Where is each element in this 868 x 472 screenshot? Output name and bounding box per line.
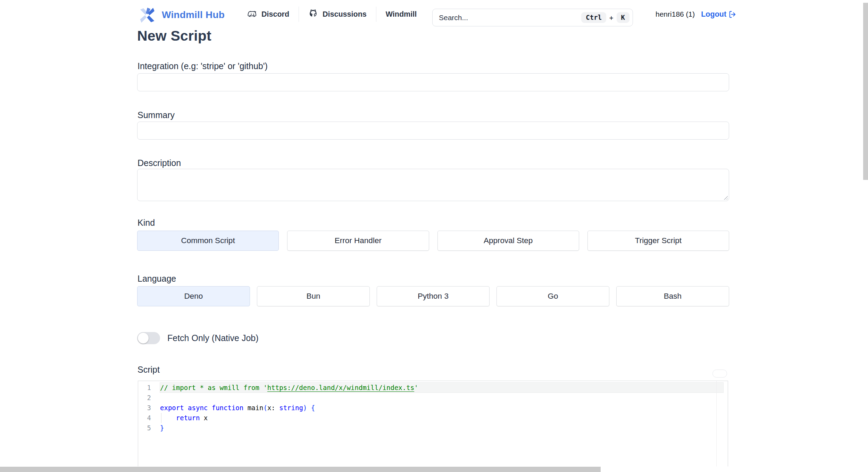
kind-option-trigger-script[interactable]: Trigger Script	[587, 231, 729, 251]
language-option-deno[interactable]: Deno	[137, 286, 250, 306]
summary-label: Summary	[137, 110, 175, 120]
integration-label: Integration (e.g: 'stripe' or 'github')	[137, 61, 268, 71]
kind-label: Kind	[137, 218, 155, 228]
code-token: }	[160, 424, 164, 432]
nav-item-windmill[interactable]: Windmill	[386, 10, 417, 19]
windmill-logo-icon	[137, 6, 158, 24]
summary-input[interactable]	[137, 122, 729, 140]
code-line-1: 1 // import * as wmill from 'https://den…	[138, 383, 728, 393]
fetch-only-label: Fetch Only (Native Job)	[167, 333, 259, 343]
code-editor[interactable]: 1 // import * as wmill from 'https://den…	[138, 381, 728, 472]
kind-button-group: Common Script Error Handler Approval Ste…	[137, 231, 729, 251]
integration-input[interactable]	[137, 73, 729, 91]
nav-item-discussions[interactable]: Discussions	[308, 9, 367, 19]
code-token: export async function	[160, 404, 243, 412]
code-line-5: 5 }	[138, 423, 728, 433]
code-token: main	[243, 404, 263, 412]
code-token: x	[200, 414, 208, 422]
language-option-go[interactable]: Go	[496, 286, 609, 306]
nav-label-discussions: Discussions	[323, 10, 367, 19]
kbd-ctrl: Ctrl	[581, 12, 606, 23]
description-textarea[interactable]	[137, 169, 729, 201]
language-option-bash[interactable]: Bash	[616, 286, 729, 306]
line-number: 4	[138, 413, 158, 423]
page: Windmill Hub Discord Discussions Windmil…	[0, 0, 868, 472]
line-number: 2	[138, 393, 158, 403]
code-token: x:	[267, 404, 279, 412]
nav-label-windmill: Windmill	[386, 10, 417, 19]
kind-option-common-script[interactable]: Common Script	[137, 231, 279, 251]
brand-name: Windmill Hub	[162, 9, 225, 20]
line-number: 5	[138, 423, 158, 433]
fetch-only-toggle[interactable]	[137, 332, 160, 344]
kind-option-approval-step[interactable]: Approval Step	[437, 231, 579, 251]
code-token: '	[414, 384, 418, 391]
code-token: (	[263, 404, 267, 412]
code-line-3: 3 export async function main(x: string) …	[138, 403, 728, 413]
logout-button[interactable]: Logout	[701, 10, 736, 19]
code-token: ) {	[303, 404, 315, 412]
username: henri186 (1)	[656, 10, 695, 18]
toggle-knob	[138, 333, 149, 343]
code-token	[160, 414, 176, 422]
nav-divider	[299, 7, 299, 22]
search-input[interactable]	[439, 14, 581, 22]
fetch-only-row: Fetch Only (Native Job)	[137, 332, 259, 344]
search-box[interactable]: Ctrl + K	[432, 9, 633, 26]
language-button-group: Deno Bun Python 3 Go Bash	[137, 286, 729, 306]
language-option-python3[interactable]: Python 3	[377, 286, 490, 306]
description-label: Description	[137, 158, 181, 168]
kbd-plus: +	[609, 14, 613, 22]
code-token: string	[279, 404, 303, 412]
line-number: 1	[138, 383, 158, 393]
vertical-scrollbar-thumb[interactable]	[863, 3, 868, 180]
kind-option-error-handler[interactable]: Error Handler	[287, 231, 429, 251]
code-token: return	[176, 414, 200, 422]
code-token: // import * as wmill from '	[160, 384, 267, 391]
script-label: Script	[137, 365, 160, 375]
editor-corner-pill-button[interactable]	[712, 370, 727, 378]
language-option-bun[interactable]: Bun	[257, 286, 370, 306]
discord-icon	[247, 9, 258, 19]
code-line-4: 4 return x	[138, 413, 728, 423]
brand[interactable]: Windmill Hub	[137, 6, 225, 24]
kbd-k: K	[617, 12, 629, 23]
page-title: New Script	[137, 28, 211, 44]
code-line-2: 2	[138, 393, 728, 403]
horizontal-scrollbar-track	[0, 466, 868, 472]
github-icon	[308, 9, 319, 19]
code-area[interactable]: 1 // import * as wmill from 'https://den…	[138, 383, 728, 433]
code-link[interactable]: https://deno.land/x/windmill/index.ts	[267, 384, 414, 391]
nav-label-discord: Discord	[261, 10, 289, 19]
horizontal-scrollbar-thumb[interactable]	[0, 467, 601, 472]
header-nav: Discord Discussions Windmill	[247, 0, 417, 28]
logout-icon	[728, 10, 736, 18]
account-area: henri186 (1) Logout	[656, 0, 736, 28]
language-label: Language	[137, 274, 176, 284]
logout-label: Logout	[701, 10, 726, 19]
line-number: 3	[138, 403, 158, 413]
nav-divider	[376, 7, 376, 22]
nav-item-discord[interactable]: Discord	[247, 9, 289, 19]
